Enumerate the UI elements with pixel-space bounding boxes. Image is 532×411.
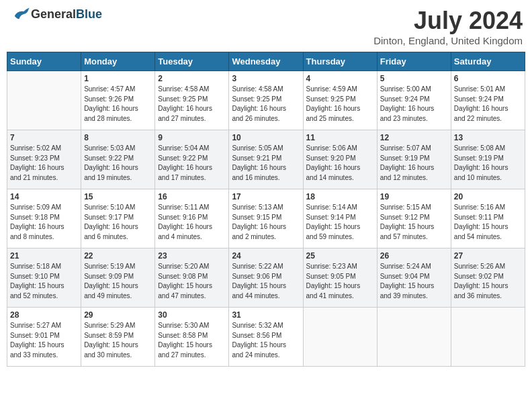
calendar-cell: 31Sunrise: 5:32 AM Sunset: 8:56 PM Dayli… bbox=[229, 308, 303, 367]
day-number: 12 bbox=[380, 133, 448, 142]
day-number: 14 bbox=[10, 192, 78, 201]
day-number: 24 bbox=[232, 251, 300, 261]
day-info: Sunrise: 5:26 AM Sunset: 9:02 PM Dayligh… bbox=[454, 262, 522, 301]
header-thursday: Thursday bbox=[303, 52, 377, 71]
day-number: 6 bbox=[454, 74, 522, 83]
calendar-cell: 19Sunrise: 5:15 AM Sunset: 9:12 PM Dayli… bbox=[377, 189, 451, 248]
header-sunday: Sunday bbox=[7, 52, 81, 71]
logo-blue: Blue bbox=[76, 7, 102, 21]
day-number: 22 bbox=[84, 251, 152, 261]
month-title: July 2024 bbox=[373, 7, 523, 35]
calendar-cell bbox=[303, 308, 377, 367]
logo-bird-icon bbox=[11, 7, 30, 21]
calendar-cell: 3Sunrise: 4:58 AM Sunset: 9:25 PM Daylig… bbox=[229, 71, 303, 130]
calendar-cell bbox=[451, 308, 525, 367]
calendar-table: SundayMondayTuesdayWednesdayThursdayFrid… bbox=[7, 52, 525, 367]
day-number: 8 bbox=[84, 133, 152, 142]
calendar-cell: 7Sunrise: 5:02 AM Sunset: 9:23 PM Daylig… bbox=[7, 130, 81, 189]
day-info: Sunrise: 5:08 AM Sunset: 9:19 PM Dayligh… bbox=[454, 144, 522, 183]
day-number: 23 bbox=[158, 251, 226, 261]
calendar-week-row: 1Sunrise: 4:57 AM Sunset: 9:26 PM Daylig… bbox=[7, 71, 525, 130]
day-number: 2 bbox=[158, 74, 226, 83]
day-info: Sunrise: 5:07 AM Sunset: 9:19 PM Dayligh… bbox=[380, 144, 448, 183]
calendar-cell: 14Sunrise: 5:09 AM Sunset: 9:18 PM Dayli… bbox=[7, 189, 81, 248]
day-info: Sunrise: 5:23 AM Sunset: 9:05 PM Dayligh… bbox=[306, 262, 374, 301]
calendar-cell: 4Sunrise: 4:59 AM Sunset: 9:25 PM Daylig… bbox=[303, 71, 377, 130]
logo-general: General bbox=[31, 7, 76, 21]
header-friday: Friday bbox=[377, 52, 451, 71]
calendar-cell: 13Sunrise: 5:08 AM Sunset: 9:19 PM Dayli… bbox=[451, 130, 525, 189]
day-info: Sunrise: 4:57 AM Sunset: 9:26 PM Dayligh… bbox=[84, 85, 152, 124]
day-number: 10 bbox=[232, 133, 300, 142]
logo: GeneralBlue bbox=[9, 7, 102, 21]
day-number: 15 bbox=[84, 192, 152, 201]
day-info: Sunrise: 4:58 AM Sunset: 9:25 PM Dayligh… bbox=[158, 85, 226, 124]
calendar-cell: 30Sunrise: 5:30 AM Sunset: 8:58 PM Dayli… bbox=[155, 308, 229, 367]
calendar-cell: 16Sunrise: 5:11 AM Sunset: 9:16 PM Dayli… bbox=[155, 189, 229, 248]
calendar-cell: 22Sunrise: 5:19 AM Sunset: 9:09 PM Dayli… bbox=[81, 248, 155, 308]
day-number: 30 bbox=[158, 310, 226, 320]
calendar-cell bbox=[7, 71, 81, 130]
calendar-cell: 15Sunrise: 5:10 AM Sunset: 9:17 PM Dayli… bbox=[81, 189, 155, 248]
day-number: 27 bbox=[454, 251, 522, 261]
day-info: Sunrise: 5:19 AM Sunset: 9:09 PM Dayligh… bbox=[84, 262, 152, 301]
calendar-cell: 11Sunrise: 5:06 AM Sunset: 9:20 PM Dayli… bbox=[303, 130, 377, 189]
day-info: Sunrise: 5:15 AM Sunset: 9:12 PM Dayligh… bbox=[380, 203, 448, 242]
day-number: 3 bbox=[232, 74, 300, 83]
calendar-cell: 26Sunrise: 5:24 AM Sunset: 9:04 PM Dayli… bbox=[377, 248, 451, 308]
day-info: Sunrise: 5:20 AM Sunset: 9:08 PM Dayligh… bbox=[158, 262, 226, 301]
day-info: Sunrise: 5:27 AM Sunset: 9:01 PM Dayligh… bbox=[10, 321, 78, 360]
header-saturday: Saturday bbox=[451, 52, 525, 71]
title-section: July 2024 Dinton, England, United Kingdo… bbox=[373, 7, 523, 46]
day-number: 25 bbox=[306, 251, 374, 261]
day-info: Sunrise: 5:29 AM Sunset: 8:59 PM Dayligh… bbox=[84, 321, 152, 360]
calendar-cell: 10Sunrise: 5:05 AM Sunset: 9:21 PM Dayli… bbox=[229, 130, 303, 189]
day-info: Sunrise: 5:13 AM Sunset: 9:15 PM Dayligh… bbox=[232, 203, 300, 242]
day-info: Sunrise: 5:11 AM Sunset: 9:16 PM Dayligh… bbox=[158, 203, 226, 242]
day-number: 7 bbox=[10, 133, 78, 142]
location: Dinton, England, United Kingdom bbox=[373, 35, 523, 46]
day-number: 17 bbox=[232, 192, 300, 201]
day-number: 29 bbox=[84, 310, 152, 320]
calendar-cell: 24Sunrise: 5:22 AM Sunset: 9:06 PM Dayli… bbox=[229, 248, 303, 308]
calendar-week-row: 14Sunrise: 5:09 AM Sunset: 9:18 PM Dayli… bbox=[7, 189, 525, 248]
day-number: 13 bbox=[454, 133, 522, 142]
header-wednesday: Wednesday bbox=[229, 52, 303, 71]
calendar-cell: 29Sunrise: 5:29 AM Sunset: 8:59 PM Dayli… bbox=[81, 308, 155, 367]
calendar-cell: 23Sunrise: 5:20 AM Sunset: 9:08 PM Dayli… bbox=[155, 248, 229, 308]
calendar-cell: 20Sunrise: 5:16 AM Sunset: 9:11 PM Dayli… bbox=[451, 189, 525, 248]
calendar-cell: 18Sunrise: 5:14 AM Sunset: 9:14 PM Dayli… bbox=[303, 189, 377, 248]
calendar-cell bbox=[377, 308, 451, 367]
calendar-cell: 21Sunrise: 5:18 AM Sunset: 9:10 PM Dayli… bbox=[7, 248, 81, 308]
calendar-cell: 28Sunrise: 5:27 AM Sunset: 9:01 PM Dayli… bbox=[7, 308, 81, 367]
header-monday: Monday bbox=[81, 52, 155, 71]
day-info: Sunrise: 5:24 AM Sunset: 9:04 PM Dayligh… bbox=[380, 262, 448, 301]
day-number: 28 bbox=[10, 310, 78, 320]
day-info: Sunrise: 5:10 AM Sunset: 9:17 PM Dayligh… bbox=[84, 203, 152, 242]
calendar-cell: 2Sunrise: 4:58 AM Sunset: 9:25 PM Daylig… bbox=[155, 71, 229, 130]
day-info: Sunrise: 5:16 AM Sunset: 9:11 PM Dayligh… bbox=[454, 203, 522, 242]
day-info: Sunrise: 5:03 AM Sunset: 9:22 PM Dayligh… bbox=[84, 144, 152, 183]
day-number: 1 bbox=[84, 74, 152, 83]
day-info: Sunrise: 5:30 AM Sunset: 8:58 PM Dayligh… bbox=[158, 321, 226, 360]
logo-text: GeneralBlue bbox=[31, 7, 102, 21]
day-number: 4 bbox=[306, 74, 374, 83]
day-info: Sunrise: 5:01 AM Sunset: 9:24 PM Dayligh… bbox=[454, 85, 522, 124]
calendar-cell: 8Sunrise: 5:03 AM Sunset: 9:22 PM Daylig… bbox=[81, 130, 155, 189]
day-number: 26 bbox=[380, 251, 448, 261]
day-info: Sunrise: 5:09 AM Sunset: 9:18 PM Dayligh… bbox=[10, 203, 78, 242]
day-number: 31 bbox=[232, 310, 300, 320]
day-number: 21 bbox=[10, 251, 78, 261]
calendar-cell: 6Sunrise: 5:01 AM Sunset: 9:24 PM Daylig… bbox=[451, 71, 525, 130]
day-number: 18 bbox=[306, 192, 374, 201]
day-info: Sunrise: 4:58 AM Sunset: 9:25 PM Dayligh… bbox=[232, 85, 300, 124]
calendar-cell: 9Sunrise: 5:04 AM Sunset: 9:22 PM Daylig… bbox=[155, 130, 229, 189]
day-number: 5 bbox=[380, 74, 448, 83]
calendar-cell: 12Sunrise: 5:07 AM Sunset: 9:19 PM Dayli… bbox=[377, 130, 451, 189]
day-info: Sunrise: 5:04 AM Sunset: 9:22 PM Dayligh… bbox=[158, 144, 226, 183]
calendar-cell: 27Sunrise: 5:26 AM Sunset: 9:02 PM Dayli… bbox=[451, 248, 525, 308]
calendar-cell: 1Sunrise: 4:57 AM Sunset: 9:26 PM Daylig… bbox=[81, 71, 155, 130]
page-header: GeneralBlue July 2024 Dinton, England, U… bbox=[7, 7, 525, 46]
calendar-cell: 5Sunrise: 5:00 AM Sunset: 9:24 PM Daylig… bbox=[377, 71, 451, 130]
day-number: 20 bbox=[454, 192, 522, 201]
